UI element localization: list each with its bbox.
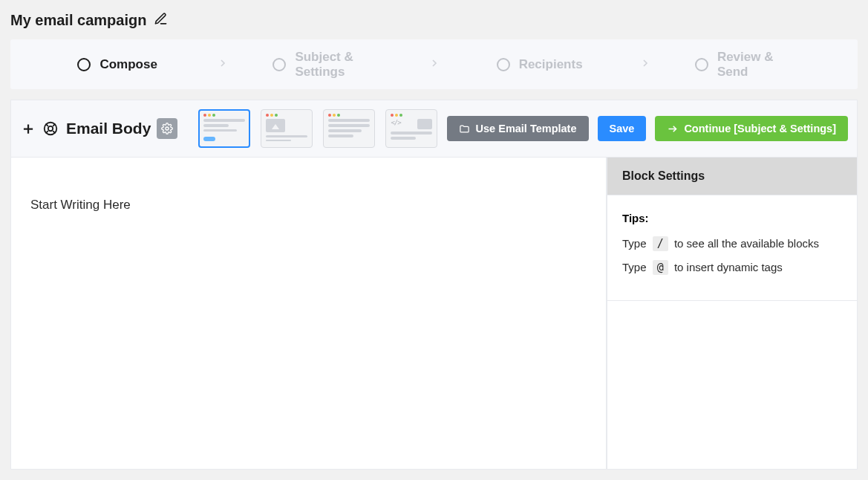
step-compose[interactable]: Compose: [18, 57, 217, 72]
step-indicator-icon: [77, 58, 91, 71]
step-indicator-icon: [273, 58, 286, 71]
step-subject-settings[interactable]: Subject & Settings: [229, 50, 428, 79]
step-recipients[interactable]: Recipients: [440, 57, 639, 72]
tip-at: Type @ to insert dynamic tags: [622, 260, 842, 275]
workspace: Start Writing Here Block Settings Tips: …: [10, 158, 858, 470]
tips-heading: Tips:: [622, 212, 842, 224]
step-label: Compose: [99, 57, 157, 72]
sidebar-body: Tips: Type / to see all the available bl…: [607, 195, 857, 301]
step-label: Recipients: [519, 57, 583, 72]
stepper: Compose Subject & Settings Recipients Re…: [10, 39, 858, 89]
text-block[interactable]: Start Writing Here: [20, 175, 597, 235]
svg-point-1: [48, 126, 53, 131]
sidebar-heading: Block Settings: [607, 158, 857, 195]
edit-title-icon[interactable]: [154, 12, 168, 29]
chevron-right-icon: [639, 56, 651, 73]
editor-placeholder: Start Writing Here: [30, 198, 587, 213]
settings-button[interactable]: [157, 118, 177, 139]
layout-thumbnails: </>: [198, 109, 437, 148]
add-block-icon[interactable]: ＋: [20, 117, 36, 140]
continue-label: Continue [Subject & Settings]: [684, 123, 836, 134]
toolbar-title: Email Body: [66, 120, 151, 137]
editor-area[interactable]: Start Writing Here: [10, 158, 607, 470]
chevron-right-icon: [428, 56, 440, 73]
step-review-send[interactable]: Review & Send: [651, 50, 850, 79]
key-slash: /: [653, 236, 668, 251]
save-label: Save: [610, 123, 635, 134]
tip-slash: Type / to see all the available blocks: [622, 236, 842, 251]
step-label: Subject & Settings: [295, 50, 384, 79]
save-button[interactable]: Save: [598, 116, 647, 141]
block-settings-sidebar: Block Settings Tips: Type / to see all t…: [607, 158, 858, 470]
layout-thumb-image-header[interactable]: [261, 109, 313, 148]
layout-thumb-text-only[interactable]: [323, 109, 375, 148]
layout-thumb-code[interactable]: </>: [385, 109, 437, 148]
chevron-right-icon: [217, 56, 229, 73]
key-at: @: [653, 260, 668, 275]
title-bar: My email campaign: [0, 0, 868, 39]
continue-button[interactable]: Continue [Subject & Settings]: [655, 116, 848, 141]
step-label: Review & Send: [717, 50, 806, 79]
toolbar-left: ＋ Email Body: [20, 117, 177, 140]
page-title: My email campaign: [10, 12, 146, 29]
svg-point-2: [166, 127, 169, 130]
use-template-button[interactable]: Use Email Template: [447, 116, 589, 141]
compose-toolbar: ＋ Email Body </>: [10, 100, 858, 158]
step-indicator-icon: [695, 58, 708, 71]
use-template-label: Use Email Template: [476, 123, 577, 134]
step-indicator-icon: [497, 58, 510, 71]
sidebar-heading-text: Block Settings: [622, 169, 842, 183]
layout-thumb-simple[interactable]: [198, 109, 250, 148]
toolbar-right: Use Email Template Save Continue [Subjec…: [447, 116, 848, 141]
help-icon[interactable]: [42, 120, 59, 137]
